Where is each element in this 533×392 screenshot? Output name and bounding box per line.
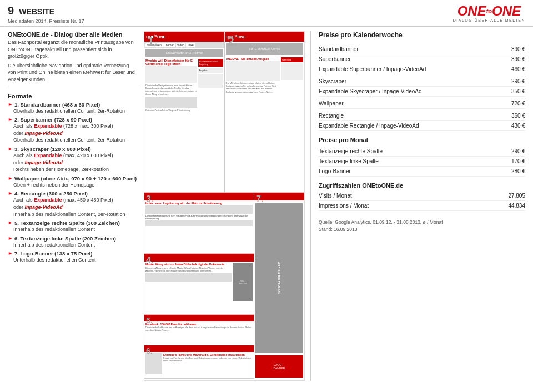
format-detail-1: Oberhalb des redaktionellen Content, 2er… [8, 108, 138, 115]
zugriff-title: Zugriffszahlen ONEtoONE.de [319, 182, 525, 189]
format-item-5: ► 5. Textanzeige rechte Spalte (300 Zeic… [8, 220, 138, 233]
banner-label: STANDARDBANNER 468×60 [166, 51, 203, 54]
format-detail-3b: oder Inpage-VideoAd [8, 159, 138, 167]
main-content: ONEtoONE.de - Dialog über alle Medien Da… [0, 27, 533, 385]
format-heading-3: ► 3. Skyscraper (120 x 600 Pixel) [8, 146, 138, 152]
format-detail-4a: Auch als Expandable (max. 450 x 450 Pixe… [8, 197, 138, 204]
format-item-4: ► 4. Rectangle (300 x 250 Pixel) Auch al… [8, 190, 138, 218]
page-number: 9 [8, 4, 14, 17]
num-label-6: 6. [146, 346, 153, 355]
superbanner-label: SUPERBANNER 728×90 [249, 47, 280, 51]
num-label-7: 7. [256, 194, 263, 204]
format-detail-3a: Auch als Expandable (max. 420 x 600 Pixe… [8, 152, 138, 159]
label-impressions: Impressions / Monat [319, 203, 369, 209]
price-row-exp-rectangle: Expandable Rectangle / Inpage-VideoAd 43… [319, 121, 525, 131]
art3-img2 [145, 220, 253, 226]
screenshot-2: 2. ONEtoONE SUPERBANNER 728×90 ONE:ONE -… [225, 32, 305, 192]
fs-nav-item: Video [176, 43, 185, 47]
fs-nav-item: Themen [163, 43, 175, 47]
article-img [145, 66, 197, 83]
label-superbanner: Superbanner [319, 56, 351, 62]
format-heading-7: ► 7. Logo-Banner (138 x 75 Pixel) [8, 250, 138, 257]
format-title-2: 2. Superbanner (728 x 90 Pixel) [14, 117, 92, 123]
sidebar-img [198, 74, 223, 88]
divider1 [8, 88, 138, 88]
site-title: WEBSITE [19, 7, 54, 16]
intro-paragraph1: Das Fachportal ergänzt die monatliche Pr… [8, 39, 138, 60]
fs-content-1: Myobis will Dienstleister für E-Commerce… [144, 58, 224, 180]
page-header: 9 WEBSITE Mediadaten 2014, Preisliste Nr… [0, 0, 533, 27]
price-rectangle: 360 € [511, 113, 525, 119]
format-heading-2: ► 2. Superbanner (728 x 90 Pixel) [8, 117, 138, 123]
format-detail-5: Innerhalb des redaktionellen Content [8, 226, 138, 233]
format-heading-4: ► 4. Rectangle (300 x 250 Pixel) [8, 190, 138, 197]
arrow-icon-3: ► [8, 146, 13, 152]
logo-main: ONE to ONE [457, 4, 521, 18]
label-text-right: Textanzeige rechte Spalte [319, 148, 383, 154]
format-title-wallpaper: Wallpaper (ohne Abb., 970 x 90 + 120 x 6… [14, 175, 137, 182]
format-detail-4b: oder Inpage-VideoAd [8, 204, 138, 211]
fs-content-6: Ernsting's Family und McDonald's, Gemein… [144, 352, 254, 375]
fs-header-3 [144, 193, 254, 200]
screenshot-5: 5. Facebook: 100.000 Fans für Lufthansa … [144, 315, 254, 345]
art3-img [145, 205, 253, 214]
arrow-icon-6: ► [8, 235, 13, 242]
article-text2: Kritische Post auf dem Weg zur Privatisi… [145, 109, 197, 112]
screenshot-right: 7. SKYSCRAPER 120×600 LOGOBANNER [254, 193, 304, 379]
fs-main-content-2: ONE:ONE - Die aktuelle Ausgabe Der Münch… [226, 57, 280, 183]
price-row-visits: Visits / Monat 27.805 [319, 191, 525, 201]
format-detail-4c: Innerhalb des redaktionellen Content, 2e… [8, 211, 138, 218]
price-table-month: Textanzeige rechte Spalte 290 € Textanze… [319, 147, 525, 177]
article-title: Myobis will Dienstleister für E-Commerce… [145, 59, 197, 66]
arrow-icon-1: ► [8, 102, 13, 108]
screenshot-area: 1. ONEtoONE Nachrichten Themen Video Tic… [144, 31, 305, 381]
price-exp-rectangle: 430 € [511, 123, 525, 129]
fs-header-5 [144, 315, 254, 321]
header-left: 9 WEBSITE Mediadaten 2014, Preisliste Nr… [8, 4, 84, 24]
fs-nav-item: Ticker [186, 43, 195, 47]
format-item-3: ► 3. Skyscraper (120 x 600 Pixel) Auch a… [8, 146, 138, 173]
screenshot-left-bottom: 3. In der neuen Regulierung wird der Pla… [144, 193, 254, 379]
article-img2 [145, 97, 197, 108]
banner-area-1: STANDARDBANNER 468×60 [145, 49, 223, 57]
label-visits: Visits / Monat [319, 193, 352, 199]
subtitle: Mediadaten 2014, Preisliste Nr. 17 [8, 18, 84, 24]
num-label-5: 5. [146, 316, 153, 325]
arrow-icon-5: ► [8, 220, 13, 226]
price-row-rectangle: Rectangle 360 € [319, 111, 525, 121]
format-detail-6: Innerhalb des redaktionellen Content [8, 242, 138, 249]
format-heading-wallpaper: ► Wallpaper (ohne Abb., 970 x 90 + 120 x… [8, 175, 138, 182]
logo: ONE to ONE DIALOG ÜBER ALLE MEDIEN [453, 4, 525, 22]
format-heading-1: ► 1. Standardbanner (468 x 60 Pixel) [8, 102, 138, 108]
price-row-wallpaper: Wallpaper 720 € [319, 99, 525, 109]
sidebar-block2: Angebot [198, 68, 223, 73]
price-row-standardbanner: Standardbanner 390 € [319, 44, 525, 54]
art4-main: Muster Wong wird zur freien Bibliothek d… [145, 263, 232, 310]
company-name: ONEtoONE.de - Dialog über alle Medien [8, 31, 138, 38]
format-detail-2c: Oberhalb des redaktionellen Content, 2er… [8, 137, 138, 144]
label-skyscraper: Skyscraper [319, 78, 346, 84]
price-logo-banner: 280 € [511, 168, 525, 174]
art3-title: In der neuen Regulierung wird der Platz … [145, 202, 253, 205]
art3-text: Die einfache Regulierung führt von dem P… [145, 214, 253, 220]
label-text-left: Textanzeige linke Spalte [319, 158, 379, 164]
price-section-month-title: Preise pro Monat [319, 137, 525, 143]
fs-sidebar-content-2: Werbung [281, 57, 303, 183]
price-row-logo-banner: Logo-Banner 280 € [319, 167, 525, 177]
price-text-left: 170 € [511, 158, 525, 164]
format-item-1: ► 1. Standardbanner (468 x 60 Pixel) Obe… [8, 102, 138, 115]
fs-content-2: ONE:ONE - Die aktuelle Ausgabe Der Münch… [225, 56, 305, 184]
arrow-icon-2: ► [8, 117, 13, 123]
art6-text: Ernsting's Family und das Fachamt Rabatt… [163, 356, 253, 362]
sidebar2-img [281, 63, 303, 80]
fs-header-6 [144, 345, 254, 352]
format-heading-6: ► 6. Textanzeige linke Spalte (200 Zeich… [8, 235, 138, 242]
price-table-zugriff: Visits / Monat 27.805 Impressions / Mona… [319, 191, 525, 211]
formate-title: Formate [8, 93, 138, 99]
price-text-right: 290 € [511, 148, 525, 154]
format-title-7: 7. Logo-Banner (138 x 75 Pixel) [14, 250, 92, 257]
skyscraper-ad: SKYSCRAPER 120×600 [255, 203, 303, 353]
price-row-skyscraper: Skyscraper 290 € [319, 77, 525, 87]
rectangle-ad: RECT300×250 [233, 263, 253, 301]
format-detail-2b: oder Inpage-VideoAd [8, 130, 138, 137]
